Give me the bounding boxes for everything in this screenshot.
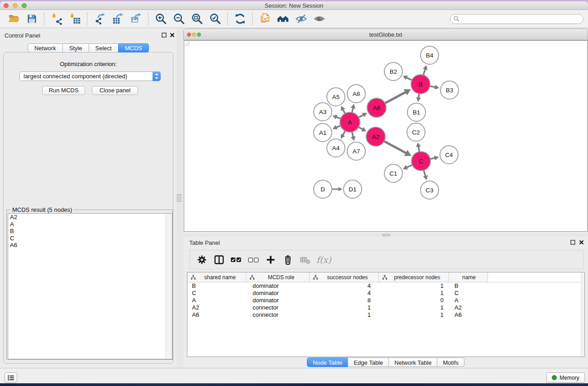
search-icon — [454, 16, 459, 22]
mcds-result-item[interactable]: A — [8, 221, 172, 228]
graph-node-C[interactable]: C — [411, 152, 430, 171]
mcds-result-item[interactable]: B — [8, 228, 172, 235]
table-row[interactable]: Cdominator41C — [187, 290, 584, 297]
float-panel-icon[interactable] — [570, 240, 575, 245]
memory-button[interactable]: Memory — [546, 372, 585, 383]
close-window-button[interactable] — [4, 3, 9, 8]
graph-node-C4[interactable]: C4 — [440, 146, 458, 164]
svg-text:A8: A8 — [353, 91, 360, 97]
home-button[interactable] — [274, 11, 292, 27]
import-network-button[interactable] — [48, 11, 66, 27]
zoom-in-button[interactable] — [152, 11, 170, 27]
show-columns-button[interactable] — [210, 251, 228, 268]
table-row[interactable]: Adominator80A — [187, 297, 584, 304]
zoom-selected-button[interactable] — [206, 11, 224, 27]
export-image-button[interactable] — [127, 11, 145, 27]
float-panel-icon[interactable] — [162, 33, 167, 38]
graph-node-D[interactable]: D — [314, 180, 332, 198]
mcds-result-item[interactable]: A2 — [8, 214, 172, 221]
graph-node-A[interactable]: A — [340, 112, 360, 132]
graph-node-A4[interactable]: A4 — [327, 139, 345, 157]
search-field[interactable] — [450, 14, 583, 24]
delete-column-button[interactable] — [279, 251, 296, 268]
graph-node-C3[interactable]: C3 — [421, 181, 439, 199]
graph-node-A6[interactable]: A6 — [367, 98, 386, 117]
graph-node-C1[interactable]: C1 — [384, 164, 402, 182]
graph-node-A2[interactable]: A2 — [366, 127, 385, 146]
graph-node-A1[interactable]: A1 — [314, 124, 332, 142]
graph-node-C2[interactable]: C2 — [407, 123, 425, 141]
table-toolbar: f(x) — [189, 250, 584, 269]
svg-text:A1: A1 — [319, 129, 327, 136]
function-builder-button[interactable]: f(x) — [314, 255, 331, 265]
close-panel-icon[interactable] — [579, 240, 584, 245]
zoom-view-button[interactable] — [197, 33, 201, 37]
minimize-window-button[interactable] — [13, 3, 18, 8]
column-header-shared-name[interactable]: shared name — [187, 272, 246, 282]
column-header-name[interactable]: name — [449, 272, 488, 282]
network-graph[interactable]: AA1A3A4A5A7A8A6A2BB1B2B3B4CC1C2C3C4DD1 — [184, 41, 587, 231]
open-file-button[interactable] — [5, 11, 23, 27]
table-row[interactable]: A2connector11A2 — [187, 304, 584, 311]
graph-node-B2[interactable]: B2 — [384, 62, 402, 81]
tab-network[interactable]: Network — [28, 43, 63, 52]
tab-network-table[interactable]: Network Table — [388, 357, 437, 367]
zoom-out-button[interactable] — [170, 11, 188, 27]
graph-node-A8[interactable]: A8 — [347, 85, 365, 103]
tab-select[interactable]: Select — [89, 43, 119, 52]
column-header-mcds-role[interactable]: MCDS role — [246, 272, 310, 282]
import-table-button[interactable] — [66, 11, 84, 27]
table-row[interactable]: Bdominator41B — [187, 282, 584, 290]
search-input[interactable] — [459, 15, 583, 23]
close-panel-button[interactable]: Close panel — [92, 86, 138, 95]
svg-text:A6: A6 — [373, 105, 381, 111]
deselect-all-button[interactable] — [245, 251, 262, 268]
show-all-button[interactable] — [310, 11, 328, 27]
table-panel-title: Table Panel — [189, 239, 220, 246]
graph-node-A7[interactable]: A7 — [347, 142, 365, 160]
horizontal-splitter-handle[interactable] — [382, 234, 390, 236]
zoom-window-button[interactable] — [22, 3, 27, 8]
save-session-button[interactable] — [23, 11, 41, 27]
export-table-button[interactable] — [109, 11, 127, 27]
tab-mcds[interactable]: MCDS — [118, 43, 149, 52]
delete-table-button[interactable] — [296, 251, 314, 268]
zoom-selected-icon — [209, 13, 221, 25]
column-header-predecessor-nodes[interactable]: predecessor nodes — [379, 272, 449, 282]
graph-node-A3[interactable]: A3 — [314, 103, 332, 121]
mcds-result-item[interactable]: A6 — [8, 242, 172, 249]
vertical-splitter-handle[interactable] — [177, 194, 181, 202]
close-panel-icon[interactable] — [170, 33, 175, 38]
tab-node-table[interactable]: Node Table — [307, 357, 349, 367]
select-all-button[interactable] — [228, 251, 245, 268]
export-network-button[interactable] — [91, 11, 109, 27]
graph-node-B3[interactable]: B3 — [440, 81, 459, 99]
hide-selected-button[interactable] — [292, 11, 310, 27]
task-history-button[interactable] — [5, 372, 17, 383]
close-view-button[interactable] — [187, 33, 191, 37]
graph-node-B1[interactable]: B1 — [407, 103, 425, 121]
table-scrollbar[interactable] — [581, 272, 584, 357]
graph-node-A5[interactable]: A5 — [327, 88, 345, 106]
graph-node-B[interactable]: B — [411, 75, 430, 94]
network-canvas[interactable]: AA1A3A4A5A7A8A6A2BB1B2B3B4CC1C2C3C4DD1 — [184, 40, 588, 232]
run-mcds-button[interactable]: Run MCDS — [42, 86, 85, 95]
graph-node-D1[interactable]: D1 — [344, 180, 362, 198]
add-column-button[interactable] — [262, 251, 279, 268]
refresh-button[interactable] — [231, 11, 249, 27]
clone-network-button[interactable] — [256, 11, 274, 27]
table-row[interactable]: A6connector11A6 — [187, 311, 584, 319]
optimization-criterion-select[interactable]: largest connected component (directed) — [19, 71, 161, 81]
mcds-result-item[interactable]: C — [8, 235, 172, 242]
resize-grip-icon[interactable] — [184, 41, 190, 47]
tab-motifs[interactable]: Motifs — [437, 357, 464, 367]
list-scrollbar[interactable] — [165, 214, 172, 359]
tab-edge-table[interactable]: Edge Table — [348, 357, 389, 367]
tab-style[interactable]: Style — [62, 43, 89, 52]
column-header-successor-nodes[interactable]: successor nodes — [310, 272, 379, 282]
graph-node-B4[interactable]: B4 — [421, 46, 439, 64]
minimize-view-button[interactable] — [192, 33, 196, 37]
table-settings-button[interactable] — [193, 251, 210, 268]
edge-arrowhead — [416, 143, 421, 148]
zoom-fit-button[interactable] — [188, 11, 206, 27]
